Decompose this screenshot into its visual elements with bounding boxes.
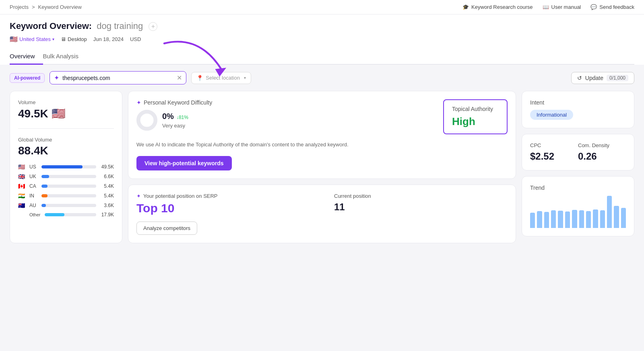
trend-bar-item <box>614 206 619 228</box>
location-select[interactable]: 📍 Select location ▾ <box>191 72 251 84</box>
density-section: Com. Density 0.26 <box>578 142 626 162</box>
trend-bar-item <box>572 210 577 228</box>
serp-header: ✦ Your potential position on SERP Top 10… <box>136 193 508 215</box>
page-title: Keyword Overview: dog training + <box>10 21 634 31</box>
update-count: 0/1,000 <box>607 75 628 81</box>
topical-value: High <box>452 115 499 128</box>
global-volume-value: 88.4K <box>18 144 114 157</box>
cpc-card: CPC $2.52 Com. Density 0.26 <box>522 134 634 170</box>
trend-bar-item <box>558 211 563 228</box>
current-position-value: 11 <box>334 201 508 213</box>
pkd-percent: 0% <box>162 112 174 121</box>
intent-card: Intent Informational <box>522 91 634 128</box>
trend-bar-item <box>593 209 598 228</box>
ai-badge: AI-powered <box>10 73 45 83</box>
list-item: 🇦🇺 AU 3.6K <box>18 202 114 209</box>
intent-label: Intent <box>530 99 626 106</box>
search-input[interactable] <box>62 75 173 81</box>
chevron-down-icon: ▾ <box>52 37 54 41</box>
tab-overview[interactable]: Overview <box>10 49 43 65</box>
trend-bars <box>530 196 626 228</box>
update-button[interactable]: ↺ Update 0/1,000 <box>571 72 634 84</box>
pkd-donut <box>136 110 157 131</box>
device-selector[interactable]: 🖥 Desktop <box>61 36 87 42</box>
tab-bulk-analysis[interactable]: Bulk Analysis <box>43 49 87 65</box>
country-bars: 🇺🇸 US 49.5K 🇬🇧 UK 6.6K 🇨🇦 CA 5.4K <box>18 164 114 218</box>
us-flag-volume: 🇺🇸 <box>52 107 66 120</box>
search-input-wrap[interactable]: ✦ ✕ <box>50 71 186 84</box>
topical-authority-box: Topical Authority High <box>443 99 508 134</box>
middle-col: ✦ Personal Keyword Difficulty <box>128 91 516 243</box>
refresh-icon: ↺ <box>577 75 582 81</box>
trend-bar-item <box>579 210 584 228</box>
current-position-label: Current position <box>334 193 508 199</box>
topical-label: Topical Authority <box>452 106 499 112</box>
chevron-down-icon: ▾ <box>244 76 246 80</box>
page-header: Keyword Overview: dog training + 🇺🇸 Unit… <box>0 14 644 65</box>
top-nav: Projects > Keyword Overview 🎓 Keyword Re… <box>0 0 644 14</box>
flag-in: 🇮🇳 <box>18 193 26 199</box>
trend-label: Trend <box>530 185 626 191</box>
global-volume-label: Global Volume <box>18 137 114 143</box>
analyze-competitors-button[interactable]: Analyze competitors <box>136 222 197 235</box>
add-keyword-button[interactable]: + <box>149 22 157 31</box>
pkd-ease: Very easy <box>162 123 188 129</box>
sparkle-icon: ✦ <box>136 99 141 106</box>
density-value: 0.26 <box>578 151 626 162</box>
pkd-header: ✦ Personal Keyword Difficulty <box>136 99 508 134</box>
volume-label: Volume <box>18 99 114 105</box>
cpc-value: $2.52 <box>530 151 578 162</box>
search-row: AI-powered ✦ ✕ 📍 Select location ▾ ↺ Upd… <box>10 71 634 84</box>
pkd-card: ✦ Personal Keyword Difficulty <box>128 91 516 179</box>
pkd-description: We use AI to indicate the Topical Author… <box>136 141 508 149</box>
breadcrumb-current: Keyword Overview <box>38 4 82 10</box>
flag-uk: 🇬🇧 <box>18 173 26 180</box>
manual-icon: 📖 <box>543 4 549 10</box>
trend-bar-item <box>551 210 556 228</box>
pkd-change: ↓81% <box>176 115 188 120</box>
trend-card: Trend <box>522 176 634 236</box>
trend-bar-item <box>544 212 549 228</box>
trend-bar-item <box>600 210 605 228</box>
desktop-icon: 🖥 <box>61 36 66 42</box>
manual-link[interactable]: 📖 User manual <box>543 4 581 10</box>
pkd-section: ✦ Personal Keyword Difficulty <box>136 99 427 131</box>
location-icon: 📍 <box>196 75 203 81</box>
top-nav-links: 🎓 Keyword Research course 📖 User manual … <box>462 4 634 10</box>
view-high-potential-button[interactable]: View high-potential keywords <box>136 156 232 170</box>
trend-bar-item <box>530 213 535 228</box>
us-flag: 🇺🇸 <box>10 35 18 43</box>
cpc-label: CPC <box>530 142 578 148</box>
trend-bar-item <box>565 211 570 228</box>
sparkle-icon: ✦ <box>54 74 59 82</box>
volume-value: 49.5K 🇺🇸 <box>18 107 114 120</box>
svg-point-1 <box>139 112 155 128</box>
cards-grid: Volume 49.5K 🇺🇸 Global Volume 88.4K 🇺🇸 U… <box>10 91 634 243</box>
course-icon: 🎓 <box>462 4 469 10</box>
trend-bar-item <box>586 211 591 228</box>
breadcrumb: Projects > Keyword Overview <box>10 4 82 10</box>
list-item: Other 17.9K <box>18 212 114 218</box>
clear-button[interactable]: ✕ <box>177 75 182 81</box>
feedback-icon: 💬 <box>590 4 597 10</box>
course-link[interactable]: 🎓 Keyword Research course <box>462 4 533 10</box>
current-position-section: Current position 11 <box>334 193 508 213</box>
trend-bar-item <box>537 211 542 228</box>
breadcrumb-sep: > <box>32 4 35 10</box>
list-item: 🇺🇸 US 49.5K <box>18 164 114 170</box>
list-item: 🇮🇳 IN 5.4K <box>18 193 114 199</box>
breadcrumb-projects[interactable]: Projects <box>10 4 29 10</box>
flag-au: 🇦🇺 <box>18 202 26 209</box>
flag-ca: 🇨🇦 <box>18 183 26 189</box>
serp-card: ✦ Your potential position on SERP Top 10… <box>128 185 516 243</box>
trend-bar-item <box>621 208 626 228</box>
volume-card: Volume 49.5K 🇺🇸 Global Volume 88.4K 🇺🇸 U… <box>10 91 122 243</box>
density-label: Com. Density <box>578 142 626 148</box>
pkd-donut-row: 0% ↓81% Very easy <box>136 110 427 131</box>
country-selector[interactable]: 🇺🇸 United States ▾ <box>10 35 54 43</box>
cpc-section: CPC $2.52 <box>530 142 578 162</box>
serp-title: ✦ Your potential position on SERP <box>136 193 310 199</box>
tabs: Overview Bulk Analysis <box>10 49 634 65</box>
meta-currency: USD <box>130 36 141 42</box>
feedback-link[interactable]: 💬 Send feedback <box>590 4 634 10</box>
